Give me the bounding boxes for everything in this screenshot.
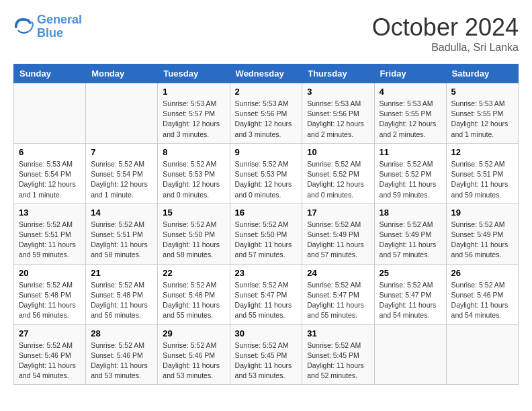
day-info: Sunrise: 5:52 AM Sunset: 5:49 PM Dayligh… bbox=[451, 220, 513, 261]
day-info: Sunrise: 5:52 AM Sunset: 5:48 PM Dayligh… bbox=[19, 280, 81, 321]
calendar-cell: 12Sunrise: 5:52 AM Sunset: 5:51 PM Dayli… bbox=[446, 143, 518, 203]
day-info: Sunrise: 5:53 AM Sunset: 5:54 PM Dayligh… bbox=[19, 159, 81, 200]
day-number: 13 bbox=[19, 208, 81, 218]
page-header: General Blue October 2024 Badulla, Sri L… bbox=[13, 13, 519, 54]
day-info: Sunrise: 5:52 AM Sunset: 5:47 PM Dayligh… bbox=[307, 280, 369, 321]
calendar-cell: 18Sunrise: 5:52 AM Sunset: 5:49 PM Dayli… bbox=[374, 203, 446, 264]
day-number: 12 bbox=[451, 147, 513, 157]
calendar-cell: 23Sunrise: 5:52 AM Sunset: 5:47 PM Dayli… bbox=[230, 264, 302, 324]
day-info: Sunrise: 5:52 AM Sunset: 5:52 PM Dayligh… bbox=[380, 159, 441, 200]
day-number: 15 bbox=[163, 208, 224, 218]
day-number: 19 bbox=[451, 208, 513, 218]
day-info: Sunrise: 5:53 AM Sunset: 5:57 PM Dayligh… bbox=[163, 99, 224, 140]
day-info: Sunrise: 5:52 AM Sunset: 5:53 PM Dayligh… bbox=[163, 159, 224, 200]
calendar-cell: 21Sunrise: 5:52 AM Sunset: 5:48 PM Dayli… bbox=[86, 264, 158, 324]
day-number: 3 bbox=[307, 87, 369, 97]
day-number: 17 bbox=[307, 208, 369, 218]
calendar-cell: 28Sunrise: 5:52 AM Sunset: 5:46 PM Dayli… bbox=[86, 324, 158, 385]
calendar-cell: 31Sunrise: 5:52 AM Sunset: 5:45 PM Dayli… bbox=[302, 324, 374, 385]
day-info: Sunrise: 5:52 AM Sunset: 5:45 PM Dayligh… bbox=[307, 340, 369, 381]
day-number: 4 bbox=[380, 87, 441, 97]
day-info: Sunrise: 5:52 AM Sunset: 5:51 PM Dayligh… bbox=[91, 220, 152, 261]
day-info: Sunrise: 5:52 AM Sunset: 5:46 PM Dayligh… bbox=[163, 340, 224, 381]
day-number: 6 bbox=[19, 147, 81, 157]
calendar-cell: 14Sunrise: 5:52 AM Sunset: 5:51 PM Dayli… bbox=[86, 203, 158, 264]
day-info: Sunrise: 5:53 AM Sunset: 5:56 PM Dayligh… bbox=[307, 99, 369, 140]
day-number: 25 bbox=[380, 268, 441, 278]
calendar-cell: 15Sunrise: 5:52 AM Sunset: 5:50 PM Dayli… bbox=[158, 203, 230, 264]
day-info: Sunrise: 5:52 AM Sunset: 5:49 PM Dayligh… bbox=[380, 220, 441, 261]
day-header: Monday bbox=[86, 64, 158, 83]
day-header: Thursday bbox=[302, 64, 374, 83]
logo-text: General Blue bbox=[37, 13, 82, 40]
day-header: Saturday bbox=[446, 64, 518, 83]
calendar-cell: 13Sunrise: 5:52 AM Sunset: 5:51 PM Dayli… bbox=[14, 203, 86, 264]
calendar-cell: 30Sunrise: 5:52 AM Sunset: 5:45 PM Dayli… bbox=[230, 324, 302, 385]
calendar-cell: 7Sunrise: 5:52 AM Sunset: 5:54 PM Daylig… bbox=[86, 143, 158, 203]
day-header: Wednesday bbox=[230, 64, 302, 83]
calendar-week-row: 20Sunrise: 5:52 AM Sunset: 5:48 PM Dayli… bbox=[14, 264, 519, 324]
day-info: Sunrise: 5:52 AM Sunset: 5:47 PM Dayligh… bbox=[235, 280, 298, 321]
day-info: Sunrise: 5:52 AM Sunset: 5:47 PM Dayligh… bbox=[380, 280, 441, 321]
day-header: Friday bbox=[374, 64, 446, 83]
location-title: Badulla, Sri Lanka bbox=[372, 42, 519, 54]
day-number: 16 bbox=[235, 208, 298, 218]
day-number: 14 bbox=[91, 208, 152, 218]
calendar-cell: 20Sunrise: 5:52 AM Sunset: 5:48 PM Dayli… bbox=[14, 264, 86, 324]
calendar-week-row: 6Sunrise: 5:53 AM Sunset: 5:54 PM Daylig… bbox=[14, 143, 519, 203]
calendar-week-row: 27Sunrise: 5:52 AM Sunset: 5:46 PM Dayli… bbox=[14, 324, 519, 385]
day-number: 9 bbox=[235, 147, 298, 157]
day-number: 8 bbox=[163, 147, 224, 157]
day-info: Sunrise: 5:52 AM Sunset: 5:51 PM Dayligh… bbox=[19, 220, 81, 261]
month-title: October 2024 bbox=[372, 13, 519, 42]
day-info: Sunrise: 5:52 AM Sunset: 5:45 PM Dayligh… bbox=[235, 340, 298, 381]
calendar-cell: 6Sunrise: 5:53 AM Sunset: 5:54 PM Daylig… bbox=[14, 143, 86, 203]
day-header: Sunday bbox=[14, 64, 86, 83]
day-number: 10 bbox=[307, 147, 369, 157]
day-number: 20 bbox=[19, 268, 81, 278]
day-info: Sunrise: 5:52 AM Sunset: 5:51 PM Dayligh… bbox=[451, 159, 513, 200]
logo: General Blue bbox=[13, 13, 82, 40]
day-number: 23 bbox=[235, 268, 298, 278]
calendar-cell bbox=[374, 324, 446, 385]
calendar-cell: 17Sunrise: 5:52 AM Sunset: 5:49 PM Dayli… bbox=[302, 203, 374, 264]
day-info: Sunrise: 5:52 AM Sunset: 5:46 PM Dayligh… bbox=[451, 280, 513, 321]
calendar-cell bbox=[86, 83, 158, 144]
calendar-cell: 4Sunrise: 5:53 AM Sunset: 5:55 PM Daylig… bbox=[374, 83, 446, 144]
day-info: Sunrise: 5:52 AM Sunset: 5:46 PM Dayligh… bbox=[19, 340, 81, 381]
day-number: 2 bbox=[235, 87, 298, 97]
calendar-cell: 24Sunrise: 5:52 AM Sunset: 5:47 PM Dayli… bbox=[302, 264, 374, 324]
calendar-cell: 11Sunrise: 5:52 AM Sunset: 5:52 PM Dayli… bbox=[374, 143, 446, 203]
calendar-week-row: 13Sunrise: 5:52 AM Sunset: 5:51 PM Dayli… bbox=[14, 203, 519, 264]
day-number: 24 bbox=[307, 268, 369, 278]
calendar-cell: 26Sunrise: 5:52 AM Sunset: 5:46 PM Dayli… bbox=[446, 264, 518, 324]
title-block: October 2024 Badulla, Sri Lanka bbox=[372, 13, 519, 54]
calendar-header-row: SundayMondayTuesdayWednesdayThursdayFrid… bbox=[14, 64, 519, 83]
calendar-cell: 2Sunrise: 5:53 AM Sunset: 5:56 PM Daylig… bbox=[230, 83, 302, 144]
day-number: 5 bbox=[451, 87, 513, 97]
day-number: 1 bbox=[163, 87, 224, 97]
day-number: 29 bbox=[163, 328, 224, 338]
calendar-cell: 16Sunrise: 5:52 AM Sunset: 5:50 PM Dayli… bbox=[230, 203, 302, 264]
day-number: 7 bbox=[91, 147, 152, 157]
day-number: 11 bbox=[380, 147, 441, 157]
day-number: 27 bbox=[19, 328, 81, 338]
calendar-cell: 25Sunrise: 5:52 AM Sunset: 5:47 PM Dayli… bbox=[374, 264, 446, 324]
day-number: 21 bbox=[91, 268, 152, 278]
calendar-cell: 3Sunrise: 5:53 AM Sunset: 5:56 PM Daylig… bbox=[302, 83, 374, 144]
calendar-cell: 10Sunrise: 5:52 AM Sunset: 5:52 PM Dayli… bbox=[302, 143, 374, 203]
day-info: Sunrise: 5:53 AM Sunset: 5:56 PM Dayligh… bbox=[235, 99, 298, 140]
calendar-table: SundayMondayTuesdayWednesdayThursdayFrid… bbox=[13, 64, 519, 385]
calendar-cell: 29Sunrise: 5:52 AM Sunset: 5:46 PM Dayli… bbox=[158, 324, 230, 385]
day-header: Tuesday bbox=[158, 64, 230, 83]
day-number: 18 bbox=[380, 208, 441, 218]
day-info: Sunrise: 5:53 AM Sunset: 5:55 PM Dayligh… bbox=[380, 99, 441, 140]
day-info: Sunrise: 5:52 AM Sunset: 5:54 PM Dayligh… bbox=[91, 159, 152, 200]
calendar-cell: 19Sunrise: 5:52 AM Sunset: 5:49 PM Dayli… bbox=[446, 203, 518, 264]
calendar-cell bbox=[446, 324, 518, 385]
day-info: Sunrise: 5:52 AM Sunset: 5:50 PM Dayligh… bbox=[235, 220, 298, 261]
day-info: Sunrise: 5:52 AM Sunset: 5:48 PM Dayligh… bbox=[91, 280, 152, 321]
day-info: Sunrise: 5:52 AM Sunset: 5:52 PM Dayligh… bbox=[307, 159, 369, 200]
day-number: 30 bbox=[235, 328, 298, 338]
day-info: Sunrise: 5:52 AM Sunset: 5:48 PM Dayligh… bbox=[163, 280, 224, 321]
